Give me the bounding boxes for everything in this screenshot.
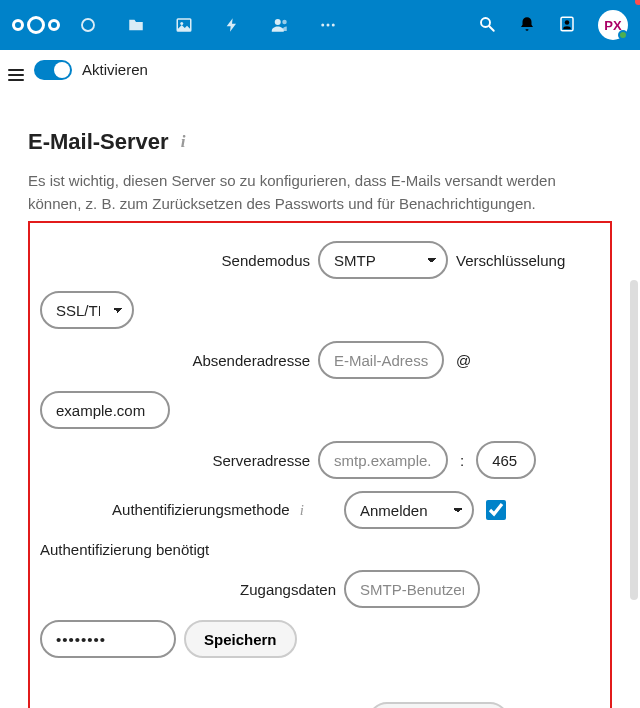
svg-point-11 [565,20,570,25]
more-apps-icon[interactable] [318,15,338,35]
user-avatar[interactable]: PX [598,10,628,40]
authmethod-label: Authentifizierungsmethode [112,501,290,518]
section-title: E-Mail-Server [28,129,169,155]
sendmode-label: Sendemodus [40,252,310,269]
notifications-icon[interactable] [518,15,536,36]
section-heading: E-Mail-Server i [28,129,612,155]
test-email-row: Testen und Überprüfen der E-Mail-Einstel… [36,702,604,708]
from-localpart-input[interactable] [318,341,444,379]
nextcloud-logo[interactable] [12,16,60,34]
credentials-label: Zugangsdaten [40,581,336,598]
scrollbar-thumb[interactable] [630,280,638,600]
activate-toggle-label: Aktivieren [82,61,148,78]
auth-required-checkbox[interactable] [486,500,506,520]
info-icon[interactable]: i [181,132,186,152]
settings-content: E-Mail-Server i Es ist wichtig, diesen S… [0,89,640,708]
topbar-nav [78,15,478,35]
svg-point-2 [180,22,183,25]
svg-point-5 [321,24,324,27]
activate-toggle[interactable] [34,60,72,80]
photos-icon[interactable] [174,15,194,35]
notification-badge [635,0,640,5]
info-icon[interactable]: i [300,502,304,518]
status-online-dot [618,30,628,40]
send-test-email-button[interactable]: E-Mail senden [368,702,509,708]
search-icon[interactable] [478,15,496,36]
auth-required-label: Authentifizierung benötigt [40,541,209,558]
dashboard-icon[interactable] [78,15,98,35]
server-label: Serveradresse [40,452,310,469]
smtp-password-input[interactable] [40,620,176,658]
svg-point-0 [82,19,94,31]
sendmode-select[interactable]: SMTP [318,241,448,279]
server-host-input[interactable] [318,441,448,479]
activity-icon[interactable] [222,15,242,35]
contacts-app-icon[interactable] [270,15,290,35]
authmethod-select[interactable]: Anmelden [344,491,474,529]
encryption-label: Verschlüsselung [456,252,565,269]
page-toggle-row: Aktivieren [0,50,640,89]
from-label: Absenderadresse [40,352,310,369]
svg-line-9 [489,26,494,31]
app-topbar: PX [0,0,640,50]
svg-point-6 [327,24,330,27]
svg-point-3 [275,19,281,25]
files-icon[interactable] [126,15,146,35]
sidebar-toggle-icon[interactable] [8,69,24,81]
server-port-input[interactable] [476,441,536,479]
section-description: Es ist wichtig, diesen Server so zu konf… [28,170,612,215]
from-domain-input[interactable] [40,391,170,429]
save-button[interactable]: Speichern [184,620,297,658]
smtp-user-input[interactable] [344,570,480,608]
email-server-form: Sendemodus SMTP Verschlüsselung SSL/TLS … [28,221,612,708]
colon-symbol: : [456,452,468,469]
svg-point-4 [282,20,287,25]
svg-point-7 [332,24,335,27]
at-symbol: @ [452,352,475,369]
contacts-menu-icon[interactable] [558,15,576,36]
encryption-select[interactable]: SSL/TLS [40,291,134,329]
topbar-right: PX [478,10,628,40]
